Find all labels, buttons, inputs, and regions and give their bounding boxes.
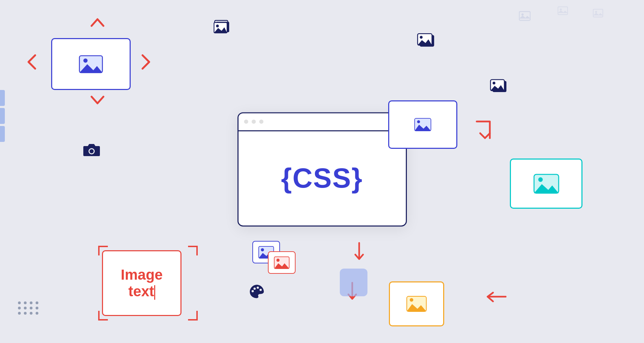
image-placeholder-icon-sm bbox=[414, 118, 431, 132]
image-text-content: Image text bbox=[121, 267, 162, 300]
image-text-line2: text bbox=[128, 283, 154, 299]
text-cursor bbox=[154, 285, 155, 300]
svg-point-12 bbox=[216, 25, 219, 27]
svg-rect-4 bbox=[593, 9, 603, 17]
svg-point-3 bbox=[560, 8, 562, 10]
chevron-up-icon bbox=[89, 15, 106, 30]
chevron-left-icon bbox=[26, 54, 37, 72]
float-card-red bbox=[268, 251, 296, 274]
arrow-left-icon bbox=[483, 292, 506, 306]
bracket-bottom-right bbox=[188, 311, 198, 321]
browser-dot bbox=[252, 119, 256, 124]
dot bbox=[30, 307, 32, 309]
dot bbox=[36, 312, 38, 315]
blue-square-decoration bbox=[340, 269, 367, 296]
bracket-top-left bbox=[98, 246, 108, 255]
image-text-line1: Image bbox=[121, 267, 162, 283]
left-bars bbox=[0, 90, 5, 142]
float-cards bbox=[252, 241, 297, 276]
svg-point-37 bbox=[261, 248, 264, 251]
gallery-icon-top-right bbox=[417, 33, 435, 50]
svg-point-43 bbox=[253, 288, 255, 290]
bracket-top-right bbox=[188, 246, 198, 255]
svg-point-31 bbox=[410, 298, 413, 301]
main-scene: {CSS} bbox=[0, 0, 644, 343]
dots-grid bbox=[18, 301, 39, 315]
browser-dot bbox=[259, 119, 263, 124]
browser-dot bbox=[244, 119, 248, 124]
gallery-icon-right-middle bbox=[490, 79, 507, 96]
faint-gallery-icon-3 bbox=[593, 8, 603, 20]
svg-point-40 bbox=[277, 259, 280, 262]
left-bar bbox=[0, 108, 5, 124]
svg-point-16 bbox=[420, 36, 422, 38]
svg-point-23 bbox=[417, 120, 420, 124]
left-bar bbox=[0, 90, 5, 106]
dot bbox=[30, 312, 32, 315]
image-placeholder-icon-cyan bbox=[533, 173, 559, 194]
chevron-right-icon bbox=[141, 54, 151, 72]
left-bar bbox=[0, 126, 5, 142]
svg-point-45 bbox=[260, 289, 262, 291]
browser-window: {CSS} bbox=[237, 112, 407, 226]
svg-rect-0 bbox=[519, 11, 530, 20]
image-card-left bbox=[51, 38, 131, 90]
svg-point-42 bbox=[252, 290, 254, 292]
image-card-right bbox=[388, 100, 457, 149]
image-card-cyan bbox=[510, 159, 582, 209]
css-label: {CSS} bbox=[281, 162, 363, 194]
gallery-icon-top bbox=[214, 19, 232, 36]
dot bbox=[18, 307, 21, 309]
chevron-down-icon bbox=[89, 93, 106, 108]
svg-point-1 bbox=[521, 13, 523, 16]
svg-point-26 bbox=[538, 177, 543, 182]
dot bbox=[24, 307, 27, 309]
dot bbox=[36, 307, 38, 309]
palette-icon bbox=[249, 284, 265, 303]
dot bbox=[36, 301, 38, 304]
dot bbox=[30, 301, 32, 304]
svg-rect-2 bbox=[558, 7, 568, 15]
browser-body: {CSS} bbox=[239, 131, 406, 225]
dot bbox=[18, 312, 21, 315]
svg-point-20 bbox=[493, 82, 495, 84]
svg-point-35 bbox=[90, 149, 94, 153]
svg-point-7 bbox=[83, 58, 87, 62]
svg-point-44 bbox=[257, 287, 259, 289]
faint-gallery-icon-2 bbox=[558, 5, 568, 18]
browser-bar bbox=[239, 113, 406, 131]
bracket-bottom-left bbox=[98, 311, 108, 321]
arrow-down-icon bbox=[354, 242, 364, 263]
arrow-down-right-icon bbox=[475, 119, 492, 142]
svg-point-5 bbox=[595, 11, 597, 13]
image-placeholder-icon bbox=[79, 55, 103, 74]
dot bbox=[24, 312, 27, 315]
image-placeholder-icon-yellow bbox=[406, 295, 427, 313]
dot bbox=[18, 301, 21, 304]
image-card-yellow bbox=[389, 281, 444, 326]
faint-gallery-icon-1 bbox=[519, 10, 531, 24]
camera-icon bbox=[83, 142, 100, 160]
image-text-box[interactable]: Image text bbox=[102, 250, 181, 316]
dot bbox=[24, 301, 27, 304]
